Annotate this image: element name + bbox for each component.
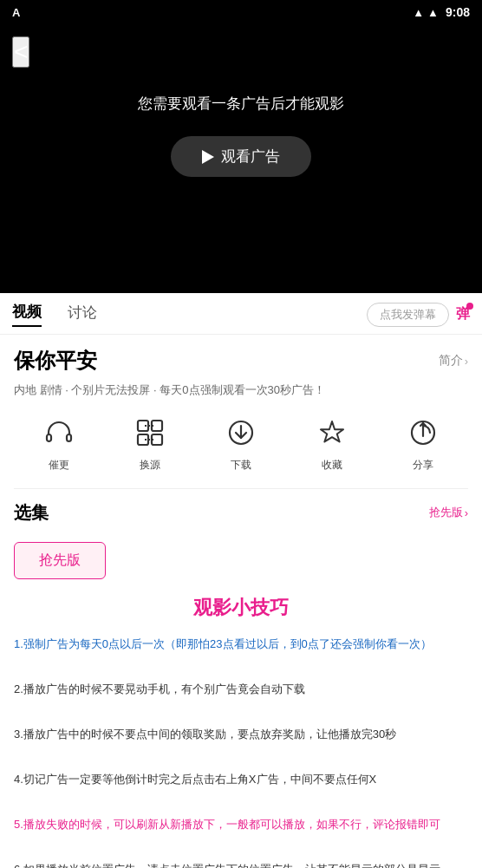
tip-item-5: 5.播放失败的时候，可以刷新从新播放下，一般都可以播放，如果不行，评论报错即可 — [14, 813, 468, 836]
intro-link[interactable]: 简介 › — [439, 353, 468, 369]
chevron-right-icon: › — [465, 355, 468, 368]
tabs-row: 视频 讨论 点我发弹幕 弹 — [0, 293, 482, 335]
danmu-button[interactable]: 弹 — [456, 305, 470, 323]
status-left: A — [12, 6, 20, 19]
chevron-right-icon: › — [465, 506, 468, 519]
video-area: < 您需要观看一条广告后才能观影 观看广告 — [0, 24, 482, 293]
danmu-input[interactable]: 点我发弹幕 — [367, 303, 449, 327]
show-meta: 内地 剧情 · 个别片无法投屏 · 每天0点强制观看一次30秒广告！ — [14, 382, 468, 399]
actions-row: 催更 换源 — [14, 413, 468, 473]
svg-rect-4 — [138, 434, 148, 445]
tips-section: 观影小技巧 1.强制广告为每天0点以后一次（即那怕23点看过以后，到0点了还会强… — [0, 595, 482, 869]
wifi-icon: ▲ — [427, 6, 439, 19]
download-icon — [221, 413, 261, 453]
watch-ad-button[interactable]: 观看广告 — [171, 136, 311, 177]
divider — [14, 488, 468, 489]
danmu-dot — [466, 303, 473, 310]
tip-item-1: 1.强制广告为每天0点以后一次（即那怕23点看过以后，到0点了还会强制你看一次） — [14, 633, 468, 656]
tab-video[interactable]: 视频 — [12, 302, 42, 327]
tip-item-6: 6.如果播放当前位置广告，请点击位置广告下的位置广告，让其不能显示的部分是显示 — [14, 858, 468, 869]
share-icon — [403, 413, 443, 453]
episode-container: 抢先版 — [14, 537, 468, 595]
tip-item-3: 3.播放广告中的时候不要点中间的领取奖励，要点放弃奖励，让他播放完30秒 — [14, 723, 468, 746]
star-icon — [312, 413, 352, 453]
signal-icon: ▲ — [413, 6, 424, 19]
status-right: ▲ ▲ 9:08 — [413, 5, 470, 19]
svg-rect-2 — [138, 421, 148, 431]
svg-rect-0 — [47, 434, 51, 441]
switch-icon — [130, 413, 170, 453]
time-display: 9:08 — [446, 5, 470, 19]
share-label: 分享 — [413, 458, 433, 473]
tips-list: 1.强制广告为每天0点以后一次（即那怕23点看过以后，到0点了还会强制你看一次）… — [14, 633, 468, 869]
tips-title: 观影小技巧 — [14, 595, 468, 621]
app-icon: A — [12, 6, 20, 19]
remind-label: 催更 — [49, 458, 69, 473]
watch-ad-label: 观看广告 — [221, 147, 280, 166]
back-button[interactable]: < — [12, 36, 29, 68]
action-remind[interactable]: 催更 — [33, 413, 85, 473]
episodes-link[interactable]: 抢先版 › — [429, 505, 468, 520]
tip-item-4: 4.切记广告一定要等他倒计时完之后点击右上角X广告，中间不要点任何X — [14, 768, 468, 791]
action-source[interactable]: 换源 — [124, 413, 176, 473]
action-share[interactable]: 分享 — [397, 413, 449, 473]
play-icon — [202, 150, 214, 164]
download-label: 下载 — [231, 458, 251, 473]
content-area: 保你平安 简介 › 内地 剧情 · 个别片无法投屏 · 每天0点强制观看一次30… — [0, 335, 482, 595]
show-title-text: 保你平安 — [14, 347, 97, 375]
action-download[interactable]: 下载 — [215, 413, 267, 473]
episode-tag[interactable]: 抢先版 — [14, 542, 106, 579]
episodes-header: 选集 抢先版 › — [14, 501, 468, 525]
show-title-row: 保你平安 简介 › — [14, 347, 468, 375]
svg-rect-1 — [67, 434, 71, 441]
ad-message: 您需要观看一条广告后才能观影 — [138, 94, 344, 114]
collect-label: 收藏 — [322, 458, 342, 473]
episodes-title: 选集 — [14, 501, 49, 525]
headphone-icon — [39, 413, 79, 453]
source-label: 换源 — [140, 458, 160, 473]
status-bar: A ▲ ▲ 9:08 — [0, 0, 482, 24]
action-collect[interactable]: 收藏 — [306, 413, 358, 473]
tab-discuss[interactable]: 讨论 — [68, 303, 97, 326]
tip-item-2: 2.播放广告的时候不要晃动手机，有个别广告竟会自动下载 — [14, 678, 468, 701]
